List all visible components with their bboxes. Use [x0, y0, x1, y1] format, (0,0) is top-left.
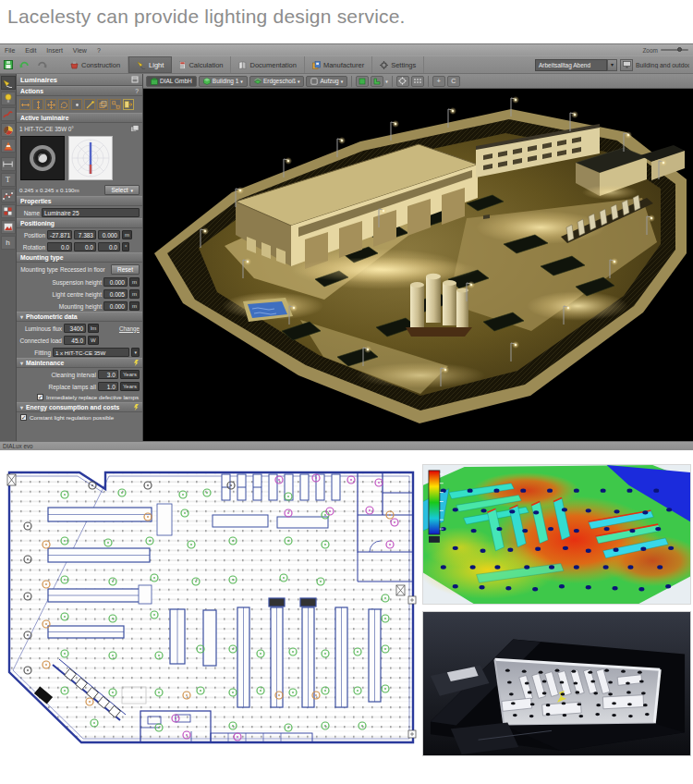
- cone-tool-button[interactable]: [1, 139, 16, 153]
- export-action-button[interactable]: [123, 99, 134, 110]
- tab-construction[interactable]: Construction: [63, 56, 128, 73]
- bulb-tool-button[interactable]: [1, 92, 16, 105]
- duplicate-action-button[interactable]: [97, 99, 108, 110]
- menu-file[interactable]: File: [5, 47, 15, 54]
- move-xy-action-button[interactable]: [19, 99, 30, 110]
- scene-dropdown[interactable]: Arbeitsalltag Abend ▾: [535, 59, 617, 71]
- redo-button[interactable]: [33, 56, 50, 73]
- position-x-input[interactable]: -27.871: [47, 230, 72, 239]
- breadcrumb-project[interactable]: DIAL GmbH: [146, 76, 197, 87]
- cleaning-interval-input[interactable]: 3.0: [98, 370, 118, 379]
- polar-curve-thumbnail[interactable]: [68, 136, 113, 180]
- change-flux-link[interactable]: Change: [119, 325, 140, 332]
- fitting-dropdown[interactable]: 1 x HIT-TC-CE 35W: [53, 348, 129, 357]
- maintenance-header[interactable]: ▾ Maintenance: [17, 358, 142, 368]
- menu-edit[interactable]: Edit: [25, 47, 36, 54]
- breadcrumb-room[interactable]: Aufzug ▾: [306, 76, 347, 87]
- fitting-dropdown-arrow-icon[interactable]: ▾: [131, 348, 140, 357]
- menu-insert[interactable]: Insert: [46, 47, 63, 54]
- luminaires-panel: Luminaires Actions ?: [17, 74, 143, 442]
- pick-action-button[interactable]: [84, 99, 95, 110]
- view-3d-button[interactable]: [356, 76, 369, 87]
- name-input[interactable]: Luminaire 25: [42, 208, 140, 217]
- calculation-icon: [179, 61, 186, 69]
- replace-defective-checkbox[interactable]: ✓: [37, 394, 43, 400]
- polyline-icon: [3, 192, 13, 200]
- color-wheel-tool-button[interactable]: [1, 123, 16, 137]
- breadcrumb-storey[interactable]: Erdgeschoß ▾: [249, 76, 305, 87]
- suspension-height-unit[interactable]: m: [129, 277, 140, 287]
- luminous-flux-input[interactable]: 3400: [64, 324, 86, 333]
- breadcrumb-building[interactable]: Building 1 ▾: [199, 76, 248, 87]
- connected-load-unit[interactable]: W: [88, 336, 99, 345]
- zoom-control[interactable]: Zoom: [642, 47, 688, 54]
- position-unit[interactable]: m: [122, 230, 132, 239]
- move-all-action-button[interactable]: [45, 99, 56, 110]
- focus-view-button[interactable]: [396, 76, 409, 87]
- menu-view[interactable]: View: [73, 47, 87, 54]
- array-action-button[interactable]: [110, 99, 121, 110]
- polyline-tool-button[interactable]: [1, 189, 16, 202]
- constant-light-checkbox[interactable]: ✓: [20, 414, 27, 421]
- display-mode-button[interactable]: [620, 59, 633, 71]
- cleaning-interval-unit[interactable]: Years: [120, 370, 140, 379]
- light-centre-height-input[interactable]: 0.005: [103, 289, 128, 299]
- pan-view-button[interactable]: [411, 76, 424, 87]
- select-luminaire-button[interactable]: Select▾: [104, 185, 140, 195]
- rotation-x-input[interactable]: 0.0: [47, 242, 72, 251]
- text-tool-button[interactable]: T: [1, 173, 16, 187]
- status-app-name: DIALux evo: [3, 443, 33, 449]
- move-z-action-button[interactable]: [32, 99, 43, 110]
- rotation-y-input[interactable]: 0.0: [74, 242, 96, 251]
- undo-icon: [19, 60, 30, 69]
- chevron-down-icon[interactable]: ▾: [385, 79, 388, 84]
- dimension-tool-button[interactable]: [1, 157, 16, 171]
- tab-settings[interactable]: Settings: [372, 56, 424, 73]
- tab-light[interactable]: Light: [128, 56, 172, 73]
- image-tool-button[interactable]: [1, 220, 16, 234]
- reset-view-button[interactable]: C: [447, 76, 460, 87]
- scene-dropdown-arrow-icon[interactable]: ▾: [607, 59, 617, 71]
- mounting-type-label: Mounting type: [19, 266, 58, 273]
- rotation-unit[interactable]: °: [122, 242, 129, 251]
- construction-icon: [70, 61, 79, 69]
- pin-panel-icon[interactable]: [131, 76, 139, 83]
- helper-tool-button[interactable]: h: [1, 236, 16, 250]
- save-button[interactable]: [0, 56, 17, 73]
- photometric-header[interactable]: ▾ Photometric data: [17, 312, 142, 322]
- mounting-height-label: Mounting height: [19, 303, 102, 310]
- zoom-slider[interactable]: [661, 49, 688, 51]
- tiles-tool-button[interactable]: [1, 204, 16, 218]
- mounting-height-input[interactable]: 0.000: [103, 301, 128, 311]
- zoom-slider-knob[interactable]: [677, 47, 682, 52]
- spotlight-tool-button[interactable]: [1, 76, 16, 90]
- site-render-3d[interactable]: [143, 89, 693, 442]
- joint-arm-tool-button[interactable]: [1, 107, 16, 121]
- mounting-reset-button[interactable]: Reset: [111, 264, 140, 275]
- luminaire-photo-thumbnail[interactable]: [20, 136, 65, 180]
- luminous-flux-unit[interactable]: lm: [88, 324, 99, 333]
- light-centre-height-unit[interactable]: m: [129, 289, 140, 299]
- tab-manufacturer[interactable]: Manufacturer: [305, 56, 372, 73]
- actions-help-icon[interactable]: ?: [135, 88, 139, 94]
- view-plan-button[interactable]: [371, 76, 383, 87]
- energy-header[interactable]: ▾ Energy consumption and costs: [17, 402, 142, 412]
- replace-lamps-unit[interactable]: Years: [120, 382, 140, 391]
- move-xy-icon: [21, 101, 30, 109]
- copy-luminaire-icon[interactable]: [130, 125, 140, 132]
- tab-calculation[interactable]: Calculation: [172, 56, 231, 73]
- menu-help[interactable]: ?: [97, 47, 101, 54]
- position-y-input[interactable]: 7.383: [74, 230, 96, 239]
- replace-lamps-input[interactable]: 1.0: [98, 382, 118, 391]
- manufacturer-icon: [312, 61, 321, 69]
- undo-button[interactable]: [17, 56, 33, 73]
- connected-load-input[interactable]: 45.0: [64, 336, 86, 345]
- rotate-action-button[interactable]: [58, 99, 69, 110]
- point-action-button[interactable]: [71, 99, 82, 110]
- zoom-in-view-button[interactable]: +: [432, 76, 445, 87]
- mounting-height-unit[interactable]: m: [129, 301, 140, 311]
- tab-documentation[interactable]: Documentation: [231, 56, 304, 73]
- position-z-input[interactable]: 0.000: [98, 230, 120, 239]
- suspension-height-input[interactable]: 0.000: [103, 277, 128, 287]
- rotation-z-input[interactable]: 0.0: [98, 242, 120, 251]
